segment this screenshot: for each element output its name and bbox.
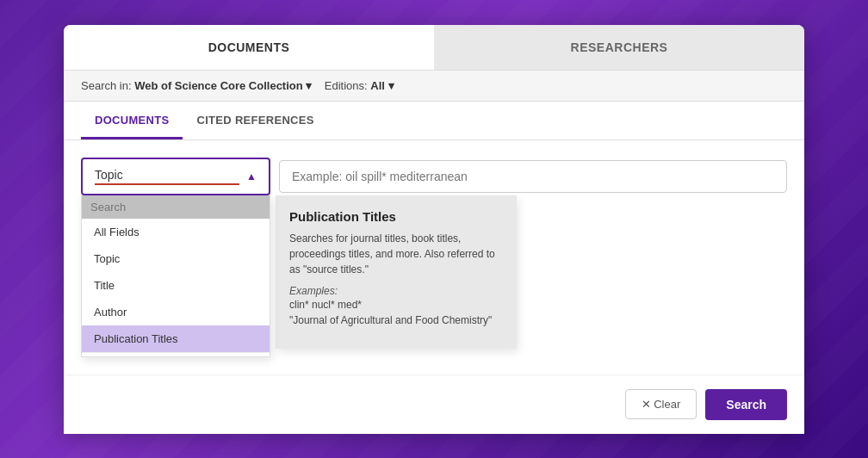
sub-tab-documents-label: DOCUMENTS <box>95 114 169 127</box>
dropdown-item-author[interactable]: Author <box>82 299 270 325</box>
tooltip-description: Searches for journal titles, book titles… <box>289 231 503 277</box>
tooltip-title: Publication Titles <box>289 209 503 224</box>
field-selector-inner: Topic <box>95 168 239 185</box>
search-in-bar: Search in: Web of Science Core Collectio… <box>64 71 804 102</box>
field-selector-label: Topic <box>95 168 239 182</box>
main-tabs: DOCUMENTS RESEARCHERS <box>64 25 804 71</box>
field-selector[interactable]: Topic ▲ <box>81 158 270 195</box>
tab-researchers-label: RESEARCHERS <box>571 40 668 54</box>
sub-tab-cited-refs[interactable]: CITED REFERENCES <box>183 102 327 139</box>
main-card: DOCUMENTS RESEARCHERS Search in: Web of … <box>64 25 804 434</box>
sub-tabs: DOCUMENTS CITED REFERENCES <box>64 102 804 140</box>
search-in-label: Search in: <box>81 79 132 92</box>
search-input[interactable] <box>279 160 787 193</box>
clear-button-label: ✕ Clear <box>642 398 681 411</box>
clear-button[interactable]: ✕ Clear <box>625 389 698 419</box>
dropdown-search-input[interactable] <box>82 195 270 219</box>
dropdown-list: All Fields Topic Title Author Publicatio… <box>81 195 270 357</box>
dropdown-area: All Fields Topic Title Author Publicatio… <box>81 195 787 357</box>
dropdown-item-title[interactable]: Title <box>82 272 270 299</box>
collection-text: Web of Science Core Collection <box>134 79 303 92</box>
editions-link[interactable]: All ▾ <box>370 79 394 92</box>
tab-documents[interactable]: DOCUMENTS <box>64 25 434 70</box>
tooltip-panel: Publication Titles Searches for journal … <box>276 195 517 349</box>
card-body: Topic ▲ All Fields Topic T <box>64 140 804 374</box>
search-row: Topic ▲ <box>81 158 787 195</box>
editions-label: Editions: <box>325 79 368 92</box>
tooltip-examples-label: Examples: <box>289 285 338 297</box>
collection-link[interactable]: Web of Science Core Collection ▾ <box>134 79 315 92</box>
dropdown-item-topic[interactable]: Topic <box>82 245 270 272</box>
search-button-label: Search <box>726 398 766 412</box>
dropdown-item-all-fields[interactable]: All Fields <box>82 219 270 245</box>
tooltip-examples: clin* nucl* med*"Journal of Agricultural… <box>289 297 503 328</box>
dropdown-items: All Fields Topic Title Author Publicatio… <box>82 219 270 356</box>
field-underline <box>95 183 239 185</box>
tab-documents-label: DOCUMENTS <box>208 40 290 54</box>
sub-tab-documents[interactable]: DOCUMENTS <box>81 102 183 139</box>
sub-tab-cited-refs-label: CITED REFERENCES <box>196 114 313 127</box>
search-button[interactable]: Search <box>705 389 787 420</box>
editions-value: All <box>370 79 385 92</box>
tab-researchers[interactable]: RESEARCHERS <box>434 25 804 70</box>
chevron-up-icon: ▲ <box>246 170 257 183</box>
dropdown-item-pub-titles[interactable]: Publication Titles <box>82 325 270 352</box>
action-row: ✕ Clear Search <box>64 374 804 434</box>
dropdown-item-year[interactable]: Year Published Publication Titles <box>82 352 270 356</box>
